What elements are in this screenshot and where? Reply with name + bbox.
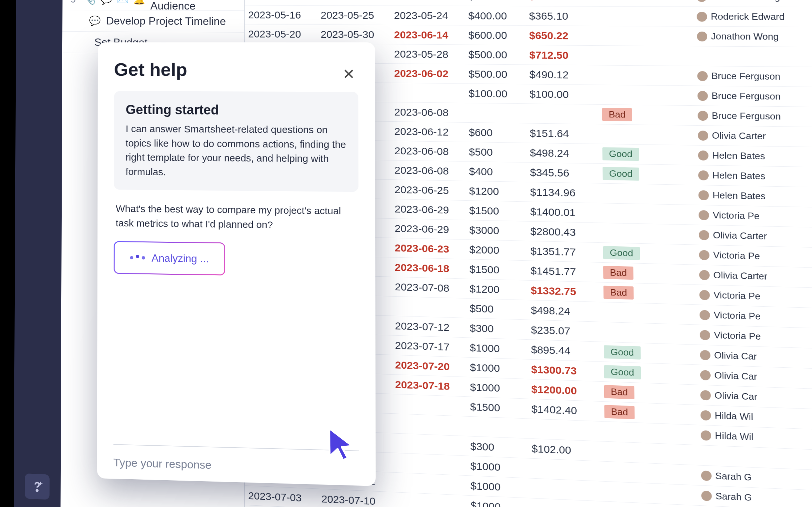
cell-date-actual-end[interactable]: 2023-06-08: [391, 106, 465, 119]
assignee[interactable]: Victoria Pe: [699, 249, 804, 263]
cell-date-start[interactable]: 2023-05-16: [245, 9, 317, 20]
cell-planned-cost[interactable]: $1000: [467, 480, 528, 494]
cell-planned-cost[interactable]: $2000: [466, 243, 527, 257]
assignee[interactable]: Olivia Carter: [699, 229, 804, 243]
cell-planned-cost[interactable]: $300: [466, 440, 528, 454]
assignee[interactable]: Jonathon Wong: [697, 31, 801, 42]
assignee[interactable]: Roderick Edward: [697, 11, 801, 22]
cell-actual-cost[interactable]: $1451.77: [527, 265, 600, 278]
assignee[interactable]: Olivia Car: [700, 389, 806, 404]
cell-planned-cost[interactable]: $600: [465, 126, 526, 139]
cell-actual-cost[interactable]: $151.64: [526, 127, 599, 140]
cell-assignee[interactable]: Olivia Car: [696, 369, 809, 384]
chat-icon[interactable]: 💬: [101, 0, 112, 5]
cell-actual-cost[interactable]: $1200.00: [527, 383, 601, 398]
cell-actual-cost[interactable]: $2800.43: [527, 225, 600, 239]
cell-assignee[interactable]: Sarah G: [697, 490, 811, 506]
cell-date-actual-end[interactable]: [391, 93, 465, 93]
cell-planned-cost[interactable]: $1000: [466, 361, 527, 375]
cell-date-actual-end[interactable]: 2023-07-12: [391, 320, 466, 334]
cell-planned-cost[interactable]: $600.00: [465, 0, 525, 2]
assignee[interactable]: Olivia Car: [700, 369, 806, 384]
cell-actual-cost[interactable]: $498.24: [526, 147, 599, 160]
cell-planned-cost[interactable]: $500: [465, 146, 526, 159]
help-response-input[interactable]: [114, 456, 359, 476]
assignee[interactable]: Olivia Carter: [698, 130, 803, 142]
cell-planned-cost[interactable]: $100.00: [465, 88, 526, 100]
chat-icon[interactable]: 💬: [89, 15, 101, 26]
cell-actual-cost[interactable]: $1351.77: [527, 245, 600, 259]
cell-rating[interactable]: [600, 233, 695, 235]
cell-date-actual-end[interactable]: 2023-05-24: [390, 9, 465, 21]
cell-assignee[interactable]: Hilda Wil: [697, 429, 810, 445]
cell-planned-cost[interactable]: $1000: [466, 381, 527, 395]
cell-date-actual-end[interactable]: 2023-07-20: [392, 358, 466, 373]
mail-icon[interactable]: ✉️: [117, 0, 128, 5]
help-question-icon[interactable]: [25, 473, 50, 500]
cell-actual-cost[interactable]: $235.07: [527, 324, 600, 338]
cell-actual-cost[interactable]: $100.00: [526, 88, 599, 101]
assignee[interactable]: Hilda Wil: [700, 409, 806, 425]
cell-actual-cost[interactable]: $650.22: [526, 30, 598, 42]
cell-planned-cost[interactable]: $1500: [466, 204, 527, 217]
cell-rating[interactable]: [599, 193, 695, 195]
cell-rating[interactable]: Good: [599, 167, 695, 182]
cell-planned-cost[interactable]: $500: [466, 302, 527, 316]
cell-assignee[interactable]: Olivia Carter: [695, 229, 807, 243]
cell-rating[interactable]: Good: [600, 345, 697, 361]
cell-planned-cost[interactable]: $1000: [466, 342, 527, 356]
assignee[interactable]: Helen Bates: [698, 170, 803, 182]
cell-assignee[interactable]: Victoria Pe: [695, 210, 807, 223]
cell-actual-cost[interactable]: $365.10: [525, 10, 598, 22]
cell-actual-cost[interactable]: $490.12: [526, 68, 598, 81]
cell-rating[interactable]: Bad: [600, 385, 697, 402]
cell-rating[interactable]: [599, 134, 694, 135]
cell-date-start[interactable]: 2023-05-20: [245, 28, 317, 40]
cell-date-actual-end[interactable]: 2023-06-25: [391, 183, 466, 196]
cell-actual-cost[interactable]: [528, 488, 601, 491]
cell-date-planned-end[interactable]: 2023-05-25: [317, 9, 390, 21]
cell-date-actual-end[interactable]: 2023-06-08: [391, 145, 465, 158]
cell-rating[interactable]: [598, 16, 693, 16]
cell-assignee[interactable]: Dominick George: [693, 0, 805, 3]
cell-rating[interactable]: [600, 312, 696, 315]
cell-date-actual-end[interactable]: 2023-06-08: [391, 164, 466, 177]
cell-rating[interactable]: Bad: [601, 405, 697, 421]
cell-rating[interactable]: [599, 95, 694, 96]
cell-assignee[interactable]: Helen Bates: [695, 189, 807, 203]
cell-date-actual-end[interactable]: [392, 463, 467, 465]
cell-planned-cost[interactable]: $1500: [466, 263, 527, 276]
cell-assignee[interactable]: Sarah G: [697, 469, 810, 486]
cell-rating[interactable]: Good: [600, 246, 695, 261]
cell-actual-cost[interactable]: $895.44: [527, 343, 600, 357]
cell-date-actual-end[interactable]: 2023-06-12: [391, 125, 465, 138]
cell-date-actual-end[interactable]: [392, 443, 466, 446]
cell-actual-cost[interactable]: [526, 114, 599, 115]
cell-rating[interactable]: Bad: [600, 285, 696, 301]
cell-planned-cost[interactable]: [465, 113, 526, 114]
cell-planned-cost[interactable]: $1200: [465, 185, 526, 198]
cell-date-actual-end[interactable]: 2023-05-14: [390, 0, 465, 2]
cell-assignee[interactable]: [697, 455, 810, 460]
cell-date-actual-end[interactable]: [391, 306, 466, 308]
cell-planned-cost[interactable]: $3000: [466, 224, 527, 237]
cell-assignee[interactable]: Olivia Car: [696, 349, 809, 364]
row-icons[interactable]: 💬: [89, 15, 101, 26]
assignee[interactable]: Bruce Ferguson: [697, 70, 802, 82]
assignee[interactable]: Victoria Pe: [699, 289, 805, 303]
cell-planned-cost[interactable]: $400: [465, 165, 526, 178]
assignee[interactable]: Sarah G: [701, 490, 807, 506]
close-icon[interactable]: ✕: [343, 66, 355, 82]
cell-assignee[interactable]: Olivia Carter: [696, 269, 808, 283]
cell-actual-cost[interactable]: $102.00: [528, 442, 601, 457]
cell-rating[interactable]: Good: [600, 365, 697, 381]
cell-rating[interactable]: [600, 213, 695, 215]
assignee[interactable]: Helen Bates: [698, 189, 804, 203]
cell-planned-cost[interactable]: $1000: [466, 460, 528, 474]
cell-assignee[interactable]: Roderick Edward: [693, 11, 805, 22]
assignee[interactable]: Helen Bates: [698, 150, 803, 163]
cell-assignee[interactable]: Bruce Ferguson: [694, 70, 806, 82]
cell-rating[interactable]: [601, 491, 697, 496]
cell-date-actual-end[interactable]: 2023-07-08: [391, 281, 466, 294]
cell-planned-cost[interactable]: $600.00: [465, 29, 526, 41]
